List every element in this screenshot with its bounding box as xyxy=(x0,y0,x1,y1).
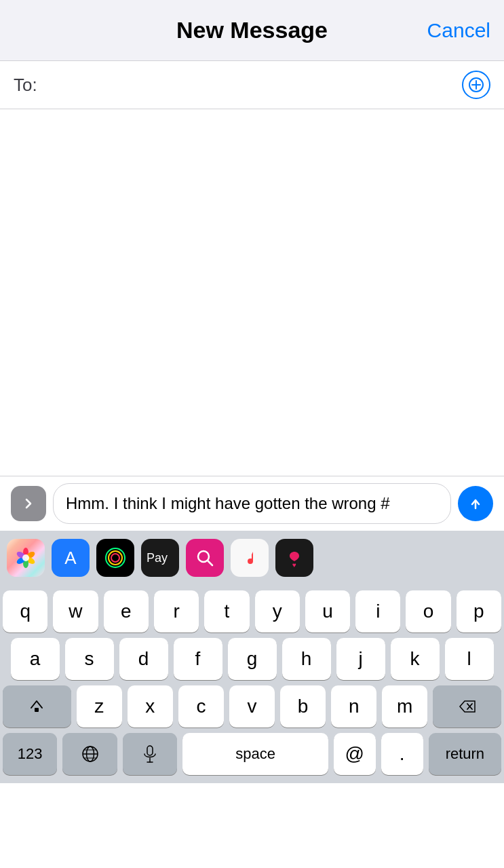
svg-point-16 xyxy=(111,554,119,562)
keyboard-row-3: z x c v b n m xyxy=(3,685,501,728)
app-icon-fitness[interactable] xyxy=(96,539,134,577)
header: New Message Cancel xyxy=(0,0,504,61)
key-d[interactable]: d xyxy=(119,638,168,680)
keyboard: q w e r t y u i o p a s d f g h j k l z … xyxy=(0,585,504,783)
svg-point-12 xyxy=(22,554,29,561)
key-f[interactable]: f xyxy=(174,638,222,680)
key-m[interactable]: m xyxy=(382,685,427,728)
app-strip: A Pay ♥ xyxy=(0,531,504,585)
page-title: New Message xyxy=(176,17,328,43)
key-z[interactable]: z xyxy=(77,685,122,728)
message-body xyxy=(0,109,504,476)
chevron-right-icon xyxy=(20,495,37,512)
svg-rect-21 xyxy=(35,708,39,712)
plus-icon xyxy=(469,77,484,92)
key-b[interactable]: b xyxy=(280,685,326,728)
key-w[interactable]: w xyxy=(53,590,98,633)
cancel-button[interactable]: Cancel xyxy=(427,19,490,42)
dot-key[interactable]: . xyxy=(381,733,423,775)
shift-key[interactable] xyxy=(3,685,71,728)
return-key[interactable]: return xyxy=(429,733,501,775)
keyboard-row-2: a s d f g h j k l xyxy=(3,638,501,680)
key-g[interactable]: g xyxy=(228,638,277,680)
mic-key[interactable] xyxy=(123,733,177,775)
globe-icon xyxy=(81,744,100,763)
app-icon-appstore[interactable]: A xyxy=(52,539,90,577)
key-j[interactable]: j xyxy=(336,638,385,680)
expand-button[interactable] xyxy=(11,486,46,521)
numbers-key[interactable]: 123 xyxy=(3,733,57,775)
key-p[interactable]: p xyxy=(457,590,501,633)
app-icon-applepay[interactable]: Pay xyxy=(141,539,179,577)
keyboard-row-bottom: 123 space @ . return xyxy=(3,733,501,775)
send-button[interactable] xyxy=(458,486,493,521)
key-a[interactable]: a xyxy=(11,638,60,680)
app-icon-search[interactable] xyxy=(186,539,224,577)
send-icon xyxy=(467,495,484,512)
globe-key[interactable] xyxy=(62,733,117,775)
app-icon-last[interactable]: ♥ xyxy=(275,539,313,577)
key-c[interactable]: c xyxy=(178,685,224,728)
key-l[interactable]: l xyxy=(445,638,494,680)
key-y[interactable]: y xyxy=(255,590,300,633)
at-key[interactable]: @ xyxy=(334,733,376,775)
key-h[interactable]: h xyxy=(282,638,331,680)
shift-icon xyxy=(28,698,45,715)
to-label: To: xyxy=(14,75,37,96)
space-key[interactable]: space xyxy=(182,733,328,775)
svg-text:Pay: Pay xyxy=(147,551,168,565)
message-input-area: Hmm. I think I might have gotten the wro… xyxy=(0,476,504,531)
mic-icon xyxy=(142,744,158,763)
svg-rect-29 xyxy=(147,746,153,755)
app-icon-music[interactable] xyxy=(231,539,269,577)
to-field: To: xyxy=(0,61,504,109)
key-e[interactable]: e xyxy=(104,590,149,633)
key-o[interactable]: o xyxy=(406,590,450,633)
app-icon-photos[interactable] xyxy=(7,539,45,577)
key-n[interactable]: n xyxy=(331,685,376,728)
delete-icon xyxy=(459,699,476,714)
key-r[interactable]: r xyxy=(154,590,199,633)
svg-text:A: A xyxy=(64,548,77,568)
key-u[interactable]: u xyxy=(305,590,350,633)
svg-text:♥: ♥ xyxy=(292,561,296,569)
svg-line-19 xyxy=(208,561,212,565)
key-t[interactable]: t xyxy=(204,590,249,633)
delete-key[interactable] xyxy=(433,685,501,728)
key-v[interactable]: v xyxy=(229,685,275,728)
key-k[interactable]: k xyxy=(391,638,440,680)
to-input[interactable] xyxy=(43,75,462,96)
add-contact-button[interactable] xyxy=(462,71,490,99)
key-i[interactable]: i xyxy=(355,590,400,633)
key-s[interactable]: s xyxy=(65,638,114,680)
key-x[interactable]: x xyxy=(128,685,173,728)
key-q[interactable]: q xyxy=(3,590,47,633)
message-text-input[interactable]: Hmm. I think I might have gotten the wro… xyxy=(53,483,451,524)
keyboard-row-1: q w e r t y u i o p xyxy=(3,590,501,633)
